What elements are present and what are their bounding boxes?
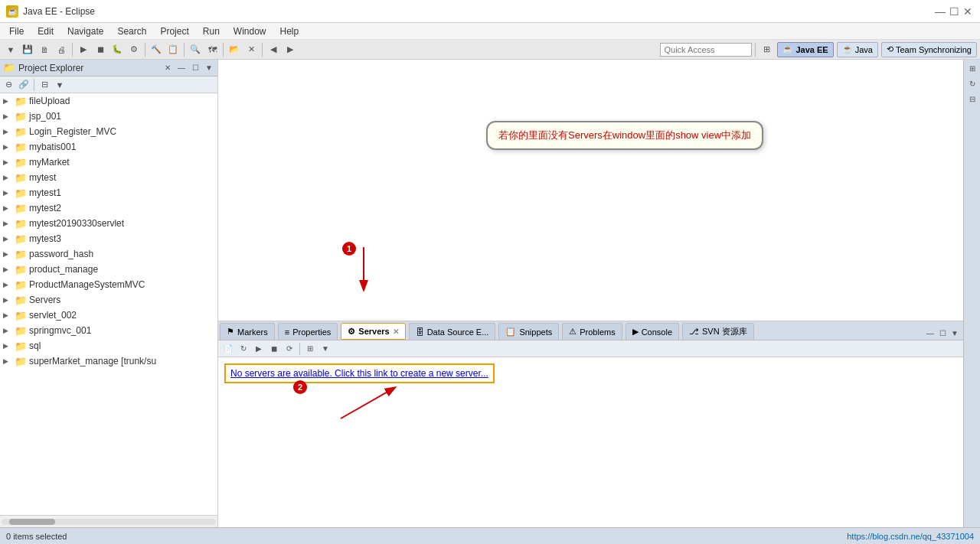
pe-filter-btn[interactable]: ⊟ <box>38 78 51 92</box>
tab-problems[interactable]: ⚠ Problems <box>562 323 622 340</box>
pe-collapse-btn[interactable]: ⊖ <box>2 78 15 92</box>
tree-item-mytest[interactable]: ▶ 📁 mytest <box>0 170 217 185</box>
srv-refresh-btn[interactable]: ↻ <box>237 342 250 356</box>
tree-item-passwordhash[interactable]: ▶ 📁 password_hash <box>0 246 217 262</box>
close-button[interactable]: ✕ <box>962 5 974 18</box>
mini-tb-btn3[interactable]: ⊟ <box>965 92 979 106</box>
tb-debug-button[interactable]: 🐛 <box>109 42 125 57</box>
label-loginregister: Login_Register_MVC <box>29 126 116 137</box>
tb-nav-button[interactable]: 🗺 <box>204 42 220 57</box>
perspective-team[interactable]: ⟲ Team Synchronizing <box>881 42 977 57</box>
tree-item-mymarket[interactable]: ▶ 📁 myMarket <box>0 155 217 170</box>
pe-link-btn[interactable]: 🔗 <box>17 78 31 92</box>
project-explorer-toolbar: ⊖ 🔗 ⊟ ▼ <box>0 77 217 93</box>
tree-item-mytest1[interactable]: ▶ 📁 mytest1 <box>0 185 217 200</box>
perspective-java[interactable]: ☕ Java <box>837 42 878 57</box>
menu-search[interactable]: Search <box>111 24 152 38</box>
menu-file[interactable]: File <box>3 24 30 38</box>
tb-task-button[interactable]: 📋 <box>165 42 181 57</box>
tb-new-button[interactable]: ▼ <box>3 42 18 57</box>
tb-stop-button[interactable]: ◼ <box>93 42 108 57</box>
pe-scrollbar-thumb[interactable] <box>9 519 55 525</box>
tb-build-button[interactable]: 🔨 <box>149 42 164 57</box>
tree-item-springmvc001[interactable]: ▶ 📁 springmvc_001 <box>0 323 217 338</box>
tree-item-mytest3[interactable]: ▶ 📁 mytest3 <box>0 231 217 246</box>
tab-console[interactable]: ▶ Console <box>626 323 679 340</box>
tb-close-button[interactable]: ✕ <box>243 42 259 57</box>
srv-columns-btn[interactable]: ⊞ <box>303 342 317 356</box>
bottom-minimize-btn[interactable]: — <box>925 327 936 338</box>
tree-item-loginregister[interactable]: ▶ 📁 Login_Register_MVC <box>0 124 217 139</box>
tree-item-jsp001[interactable]: ▶ 📁 jsp_001 <box>0 109 217 124</box>
tb-open-button[interactable]: 📂 <box>227 42 242 57</box>
status-bar: 0 items selected https://blog.csdn.ne/qq… <box>0 527 980 544</box>
menu-window[interactable]: Window <box>227 24 273 38</box>
tab-properties[interactable]: ≡ Properties <box>278 323 338 340</box>
pe-scrollbar[interactable] <box>0 515 217 527</box>
tab-datasource[interactable]: 🗄 Data Source E... <box>409 323 496 340</box>
tree-item-mytest20190330servlet[interactable]: ▶ 📁 mytest20190330servlet <box>0 216 217 231</box>
label-mytest3: mytest3 <box>29 233 61 244</box>
annotation-bubble: 若你的里面没有Servers在window里面的show view中添加 <box>486 121 763 150</box>
arrow-loginregister: ▶ <box>3 128 12 135</box>
tree-item-productmanagemvc[interactable]: ▶ 📁 ProductManageSystemMVC <box>0 277 217 292</box>
tb-save-all-button[interactable]: 🗎 <box>37 42 52 57</box>
app-icon: ☕ <box>6 5 18 18</box>
folder-icon-servlet002: 📁 <box>15 310 27 321</box>
snippets-icon: 📋 <box>505 327 516 337</box>
arrow2-svg <box>333 380 486 441</box>
menu-navigate[interactable]: Navigate <box>61 24 109 38</box>
tree-item-servlet002[interactable]: ▶ 📁 servlet_002 <box>0 308 217 323</box>
tb-perspective-icon[interactable]: ⊞ <box>759 42 774 57</box>
pe-header-close[interactable]: ✕ <box>162 63 173 73</box>
menu-help[interactable]: Help <box>274 24 305 38</box>
tb-search-button[interactable]: 🔍 <box>188 42 203 57</box>
srv-stop-btn[interactable]: ◼ <box>267 342 281 356</box>
tb-save-button[interactable]: 💾 <box>20 42 35 57</box>
folder-icon-sql: 📁 <box>15 340 27 351</box>
pe-view-btn[interactable]: ▼ <box>53 78 67 92</box>
tree-item-supermarket[interactable]: ▶ 📁 superMarket_manage [trunk/su <box>0 353 217 369</box>
tab-markers[interactable]: ⚑ Markers <box>220 323 275 340</box>
srv-restart-btn[interactable]: ⟳ <box>283 342 296 356</box>
pe-header-minimize[interactable]: — <box>176 63 187 73</box>
tab-snippets[interactable]: 📋 Snippets <box>498 323 559 340</box>
tree-item-mytest2[interactable]: ▶ 📁 mytest2 <box>0 200 217 216</box>
no-servers-link[interactable]: No servers are available. Click this lin… <box>230 368 488 379</box>
menu-run[interactable]: Run <box>197 24 226 38</box>
mini-tb-btn1[interactable]: ⊞ <box>965 61 979 75</box>
tb-dbg2-button[interactable]: ⚙ <box>126 42 142 57</box>
srv-new-btn[interactable]: 📄 <box>221 342 235 356</box>
bottom-maximize-btn[interactable]: ☐ <box>937 327 948 338</box>
tab-servers[interactable]: ⚙ Servers ✕ <box>341 323 405 340</box>
quick-access-input[interactable] <box>660 43 752 57</box>
folder-icon-supermarket: 📁 <box>15 356 27 366</box>
bottom-menu-btn[interactable]: ▼ <box>949 327 960 338</box>
no-servers-box: No servers are available. Click this lin… <box>224 363 495 383</box>
servers-tab-close[interactable]: ✕ <box>393 327 399 336</box>
minimize-button[interactable]: — <box>934 5 946 18</box>
pe-header-menu[interactable]: ▼ <box>204 63 214 73</box>
tree-item-productmanage[interactable]: ▶ 📁 product_manage <box>0 262 217 277</box>
tb-prev-button[interactable]: ◀ <box>266 42 281 57</box>
srv-run-btn[interactable]: ▶ <box>252 342 266 356</box>
pe-header-maximize[interactable]: ☐ <box>190 63 201 73</box>
mini-tb-btn2[interactable]: ↻ <box>965 77 979 90</box>
tb-print-button[interactable]: 🖨 <box>54 42 69 57</box>
menu-project[interactable]: Project <box>154 24 194 38</box>
tree-item-fileupload[interactable]: ▶ 📁 fileUpload <box>0 93 217 109</box>
tab-list: ⚑ Markers ≡ Properties ⚙ Servers ✕ 🗄 <box>220 323 923 340</box>
arrow-passwordhash: ▶ <box>3 250 12 258</box>
perspective-javaee[interactable]: ☕ Java EE <box>777 42 833 57</box>
tb-run-button[interactable]: ▶ <box>76 42 91 57</box>
tb-next-button[interactable]: ▶ <box>283 42 298 57</box>
srv-view-btn[interactable]: ▼ <box>318 342 332 356</box>
tree-item-servers[interactable]: ▶ 📁 Servers <box>0 292 217 308</box>
tree-item-mybatis001[interactable]: ▶ 📁 mybatis001 <box>0 139 217 155</box>
tree-item-sql[interactable]: ▶ 📁 sql <box>0 338 217 353</box>
arrow-servers: ▶ <box>3 296 12 304</box>
pe-scrollbar-track[interactable] <box>2 519 216 525</box>
menu-edit[interactable]: Edit <box>31 24 60 38</box>
tab-svn[interactable]: ⎇ SVN 资源库 <box>682 323 754 340</box>
maximize-button[interactable]: ☐ <box>948 5 960 18</box>
